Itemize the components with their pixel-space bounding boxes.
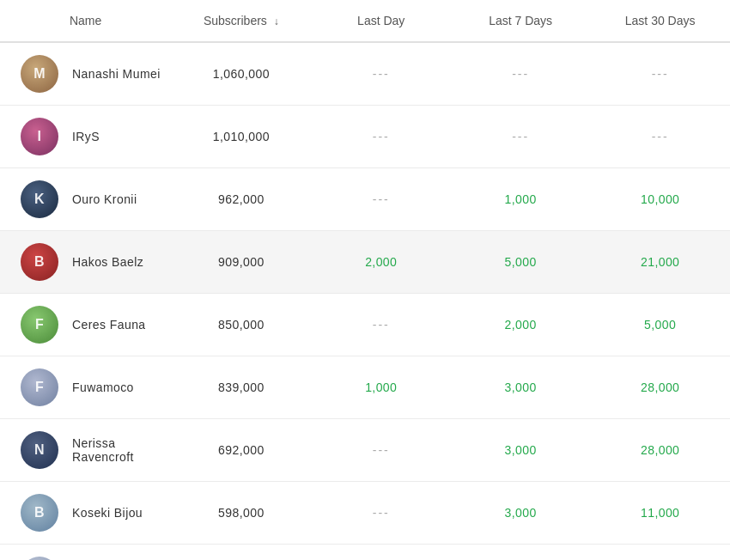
- last-day-cell: ---: [312, 482, 451, 545]
- subscribers-cell: 839,000: [171, 356, 311, 419]
- name-cell: BHakos Baelz: [0, 231, 171, 294]
- table-header: Name Subscribers ↓ Last Day Last 7 Days …: [0, 0, 730, 42]
- last-30-days-cell: 28,000: [590, 419, 730, 482]
- table-row: MNanashi Mumei1,060,000---------: [0, 42, 730, 106]
- last-day-cell: ---: [312, 168, 451, 231]
- table-row: SShiori Novella511,0001,0002,00010,000: [0, 545, 730, 561]
- table-row: FFuwamoco839,0001,0003,00028,000: [0, 356, 730, 419]
- avatar: B: [21, 494, 58, 532]
- last-7-days-cell: 3,000: [451, 356, 590, 419]
- name-cell: FFuwamoco: [0, 356, 171, 419]
- subscribers-table: Name Subscribers ↓ Last Day Last 7 Days …: [0, 0, 730, 560]
- name-cell: SShiori Novella: [0, 545, 171, 561]
- last-30-days-cell: 10,000: [590, 545, 730, 561]
- avatar: K: [21, 180, 58, 218]
- avatar: M: [21, 55, 58, 93]
- row-name: Koseki Bijou: [72, 506, 143, 520]
- last-30-days-cell: 28,000: [590, 356, 730, 419]
- last-day-cell: ---: [312, 419, 451, 482]
- table-row: NNerissa Ravencroft692,000---3,00028,000: [0, 419, 730, 482]
- name-cell: MNanashi Mumei: [0, 42, 171, 106]
- last-day-cell: ---: [312, 42, 451, 106]
- last-7-days-cell: 2,000: [451, 294, 590, 356]
- avatar: I: [21, 118, 58, 155]
- last-7-days-cell: ---: [451, 106, 590, 168]
- subscribers-cell: 1,060,000: [171, 42, 311, 106]
- row-name: Ouro Kronii: [72, 192, 137, 206]
- last-30-days-cell: ---: [590, 106, 730, 168]
- subscribers-cell: 692,000: [171, 419, 311, 482]
- last-7-days-cell: 1,000: [451, 168, 590, 231]
- name-cell: NNerissa Ravencroft: [0, 419, 171, 482]
- col-header-last-day: Last Day: [312, 0, 451, 42]
- row-name: IRyS: [72, 130, 100, 143]
- table-row: BHakos Baelz909,0002,0005,00021,000: [0, 231, 730, 294]
- col-header-last-30-days: Last 30 Days: [590, 0, 730, 42]
- avatar: N: [21, 431, 58, 469]
- subscribers-cell: 1,010,000: [171, 106, 311, 168]
- table-body: MNanashi Mumei1,060,000---------IIRyS1,0…: [0, 42, 730, 560]
- name-cell: KOuro Kronii: [0, 168, 171, 231]
- subscribers-cell: 511,000: [171, 545, 311, 561]
- row-name: Nanashi Mumei: [72, 67, 161, 81]
- last-30-days-cell: 21,000: [590, 231, 730, 294]
- col-header-name: Name: [0, 0, 171, 42]
- last-30-days-cell: ---: [590, 42, 730, 106]
- last-7-days-cell: 2,000: [451, 545, 590, 561]
- row-name: Fuwamoco: [72, 380, 134, 394]
- name-cell: FCeres Fauna: [0, 294, 171, 356]
- last-7-days-cell: 3,000: [451, 419, 590, 482]
- subscribers-cell: 909,000: [171, 231, 311, 294]
- last-day-cell: 1,000: [312, 545, 451, 561]
- row-name: Ceres Fauna: [72, 318, 146, 332]
- name-cell: BKoseki Bijou: [0, 482, 171, 545]
- col-header-subscribers[interactable]: Subscribers ↓: [171, 0, 311, 42]
- last-7-days-cell: 5,000: [451, 231, 590, 294]
- col-header-last-7-days: Last 7 Days: [451, 0, 590, 42]
- table-row: FCeres Fauna850,000---2,0005,000: [0, 294, 730, 356]
- subscribers-cell: 598,000: [171, 482, 311, 545]
- subscribers-cell: 962,000: [171, 168, 311, 231]
- row-name: Nerissa Ravencroft: [72, 436, 161, 464]
- name-cell: IIRyS: [0, 106, 171, 168]
- last-30-days-cell: 11,000: [590, 482, 730, 545]
- sort-icon: ↓: [274, 15, 279, 27]
- row-name: Hakos Baelz: [72, 255, 143, 269]
- last-day-cell: 1,000: [312, 356, 451, 419]
- avatar: B: [21, 243, 58, 281]
- last-day-cell: ---: [312, 294, 451, 356]
- last-day-cell: ---: [312, 106, 451, 168]
- last-30-days-cell: 10,000: [590, 168, 730, 231]
- table-row: IIRyS1,010,000---------: [0, 106, 730, 168]
- avatar: F: [21, 368, 58, 406]
- last-7-days-cell: ---: [451, 42, 590, 106]
- last-7-days-cell: 3,000: [451, 482, 590, 545]
- last-30-days-cell: 5,000: [590, 294, 730, 356]
- avatar: S: [21, 557, 58, 560]
- avatar: F: [21, 306, 58, 344]
- last-day-cell: 2,000: [312, 231, 451, 294]
- table-row: BKoseki Bijou598,000---3,00011,000: [0, 482, 730, 545]
- table-row: KOuro Kronii962,000---1,00010,000: [0, 168, 730, 231]
- subscribers-cell: 850,000: [171, 294, 311, 356]
